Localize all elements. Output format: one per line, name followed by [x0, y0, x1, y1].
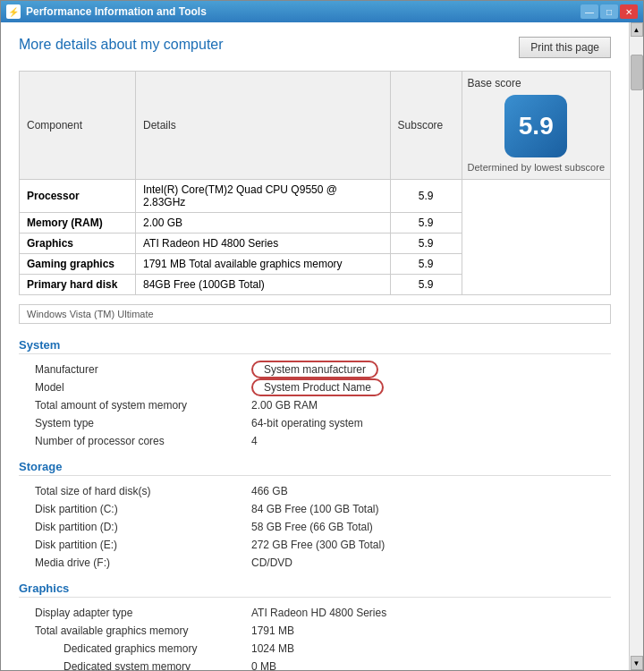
score-row: Gaming graphics 1791 MB Total available …	[20, 254, 611, 275]
print-button[interactable]: Print this page	[519, 37, 611, 58]
page-header: More details about my computer Print thi…	[19, 37, 611, 58]
main-content: More details about my computer Print thi…	[1, 22, 629, 670]
storage-label: Disk partition (D:)	[21, 519, 235, 535]
system-value: System Product Name	[237, 379, 609, 395]
system-label: Total amount of system memory	[21, 397, 235, 413]
col-header-details: Details	[136, 72, 391, 180]
graphics-row: Display adapter type ATI Radeon HD 4800 …	[21, 605, 609, 621]
score-row: Memory (RAM) 2.00 GB 5.9	[20, 213, 611, 234]
storage-value: 466 GB	[237, 483, 609, 499]
graphics-row: Dedicated system memory 0 MB	[21, 658, 609, 670]
system-row: Manufacturer System manufacturer	[21, 361, 609, 378]
score-badge: 5.9	[504, 95, 567, 157]
score-details: 84GB Free (100GB Total)	[136, 275, 391, 295]
system-value: 64-bit operating system	[237, 415, 609, 431]
score-component: Primary hard disk	[20, 275, 136, 295]
main-window: ⚡ Performance Information and Tools — □ …	[0, 0, 644, 671]
score-row: Processor Intel(R) Core(TM)2 Quad CPU Q9…	[20, 180, 611, 213]
score-details: 2.00 GB	[136, 213, 391, 234]
window-title: Performance Information and Tools	[26, 5, 575, 18]
graphics-row: Total available graphics memory 1791 MB	[21, 623, 609, 639]
storage-label: Media drive (F:)	[21, 555, 235, 571]
storage-row: Media drive (F:) CD/DVD	[21, 555, 609, 571]
score-subscore: 5.9	[390, 234, 462, 254]
title-bar: ⚡ Performance Information and Tools — □ …	[1, 1, 643, 22]
score-details: Intel(R) Core(TM)2 Quad CPU Q9550 @ 2.83…	[136, 180, 391, 213]
page-title: More details about my computer	[19, 37, 224, 53]
graphics-value: 1791 MB	[237, 623, 609, 639]
system-label: Manufacturer	[21, 361, 235, 378]
section-storage-header: Storage	[19, 460, 611, 476]
storage-row: Disk partition (D:) 58 GB Free (66 GB To…	[21, 519, 609, 535]
system-row: Number of processor cores 4	[21, 433, 609, 449]
scores-table: Component Details Subscore Base score 5.…	[19, 71, 611, 295]
close-button[interactable]: ✕	[620, 4, 638, 19]
os-label: Windows Vista (TM) Ultimate	[19, 304, 611, 324]
graphics-value: ATI Radeon HD 4800 Series	[237, 605, 609, 621]
storage-value: 84 GB Free (100 GB Total)	[237, 501, 609, 517]
section-graphics-header: Graphics	[19, 582, 611, 598]
section-system-header: System	[19, 338, 611, 354]
score-row: Primary hard disk 84GB Free (100GB Total…	[20, 275, 611, 295]
window-controls: — □ ✕	[580, 4, 638, 19]
graphics-label: Total available graphics memory	[21, 623, 235, 639]
score-component: Gaming graphics	[20, 254, 136, 275]
col-header-subscore: Subscore	[390, 72, 462, 180]
system-row: System type 64-bit operating system	[21, 415, 609, 431]
graphics-label: Dedicated system memory	[21, 658, 235, 670]
system-row: Total amount of system memory 2.00 GB RA…	[21, 397, 609, 413]
storage-label: Disk partition (E:)	[21, 537, 235, 553]
storage-value: CD/DVD	[237, 555, 609, 571]
score-subscore: 5.9	[390, 213, 462, 234]
system-label: System type	[21, 415, 235, 431]
storage-value: 58 GB Free (66 GB Total)	[237, 519, 609, 535]
graphics-value: 0 MB	[237, 658, 609, 670]
score-number: 5.9	[519, 114, 554, 139]
graphics-info-table: Display adapter type ATI Radeon HD 4800 …	[19, 603, 611, 670]
score-component: Processor	[20, 180, 136, 213]
scrollbar[interactable]: ▲ ▼	[629, 22, 643, 670]
score-subscore: 5.9	[390, 254, 462, 275]
score-component: Graphics	[20, 234, 136, 254]
system-value: 2.00 GB RAM	[237, 397, 609, 413]
score-details: 1791 MB Total available graphics memory	[136, 254, 391, 275]
score-component: Memory (RAM)	[20, 213, 136, 234]
graphics-row: Dedicated graphics memory 1024 MB	[21, 641, 609, 657]
system-row: Model System Product Name	[21, 379, 609, 395]
storage-label: Disk partition (C:)	[21, 501, 235, 517]
scrollbar-thumb[interactable]	[631, 55, 643, 90]
system-value: 4	[237, 433, 609, 449]
graphics-value: 1024 MB	[237, 641, 609, 657]
storage-value: 272 GB Free (300 GB Total)	[237, 537, 609, 553]
graphics-label: Dedicated graphics memory	[21, 641, 235, 657]
system-label: Number of processor cores	[21, 433, 235, 449]
maximize-button[interactable]: □	[600, 4, 618, 19]
col-header-basescore: Base score 5.9 Determined by lowest subs…	[462, 72, 610, 180]
score-details: ATI Radeon HD 4800 Series	[136, 234, 391, 254]
system-info-table: Manufacturer System manufacturer Model S…	[19, 360, 611, 451]
col-header-component: Component	[20, 72, 136, 180]
graphics-label: Display adapter type	[21, 605, 235, 621]
window-icon: ⚡	[6, 4, 21, 19]
score-label: Determined by lowest subscore	[468, 161, 605, 174]
content-area: More details about my computer Print thi…	[1, 22, 643, 670]
storage-row: Disk partition (C:) 84 GB Free (100 GB T…	[21, 501, 609, 517]
system-value: System manufacturer	[237, 361, 609, 378]
storage-label: Total size of hard disk(s)	[21, 483, 235, 499]
storage-info-table: Total size of hard disk(s) 466 GB Disk p…	[19, 481, 611, 573]
storage-row: Total size of hard disk(s) 466 GB	[21, 483, 609, 499]
score-subscore: 5.9	[390, 275, 462, 295]
score-row: Graphics ATI Radeon HD 4800 Series 5.9	[20, 234, 611, 254]
minimize-button[interactable]: —	[580, 4, 598, 19]
storage-row: Disk partition (E:) 272 GB Free (300 GB …	[21, 537, 609, 553]
system-label: Model	[21, 379, 235, 395]
score-subscore: 5.9	[390, 180, 462, 213]
